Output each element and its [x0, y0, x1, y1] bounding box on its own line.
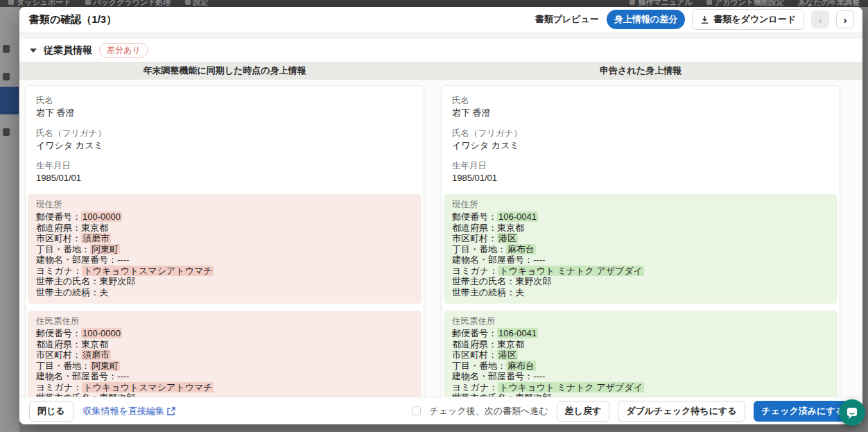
- field-row: 建物名・部屋番号：----: [452, 371, 829, 382]
- field-label: 市区町村: [36, 349, 72, 360]
- field-label: 世帯主の続柄: [452, 287, 506, 297]
- field-value: 東野次郎: [99, 276, 135, 286]
- field-row: 市区町村：須磨市: [36, 233, 413, 244]
- field-label: 世帯主の氏名: [452, 276, 506, 286]
- chevron-right-icon: ›: [844, 14, 847, 26]
- colon: ：: [81, 244, 90, 254]
- tab-document-preview[interactable]: 書類プレビュー: [528, 10, 607, 29]
- advance-after-check-label: チェック後、次の書類へ進む: [429, 405, 548, 417]
- prev-document-button[interactable]: ‹: [811, 10, 829, 28]
- field-row: 建物名・部屋番号：----: [452, 254, 829, 266]
- field-value: 東京都: [497, 339, 524, 349]
- field-value: 東野次郎: [515, 276, 551, 286]
- document-check-modal: 書類の確認（1/3） 書類プレビュー 身上情報の差分 書類をダウンロード ‹ ›…: [19, 7, 862, 424]
- field-label: 氏名（フリガナ）: [452, 128, 829, 139]
- colon: ：: [90, 276, 99, 286]
- field-value: 1985/01/01: [36, 172, 413, 184]
- field-group: 氏名（フリガナ）イワシタ カスミ: [36, 128, 413, 152]
- colon: ：: [72, 223, 81, 233]
- field-label: ヨミガナ: [452, 266, 489, 276]
- current-address-section: 現住所 郵便番号：100-0000 都道府県：東京都 市区町村：須磨市 丁目・番…: [28, 194, 422, 304]
- current-address-section: 現住所 郵便番号：106-0041 都道府県：東京都 市区町村：港区 丁目・番地…: [444, 194, 837, 304]
- field-value: イワシタ カスミ: [36, 139, 413, 152]
- field-row: 郵便番号：106-0041: [452, 211, 829, 223]
- field-value: 夫: [515, 287, 524, 297]
- chevron-left-icon: ‹: [819, 14, 822, 26]
- field-row: ヨミガナ：トウキョウトスマシアトウマチ: [36, 266, 413, 277]
- field-value: 東京都: [81, 339, 108, 349]
- colon: ：: [73, 382, 82, 392]
- field-value: 東京都: [81, 223, 108, 233]
- employee-info-section-header: 従業員情報 差分あり: [19, 39, 862, 62]
- field-value: 麻布台: [506, 361, 536, 371]
- download-icon: [700, 15, 709, 24]
- field-label: 建物名・部屋番号: [452, 254, 524, 265]
- registered-address-section: 住民票住所 郵便番号：106-0041 都道府県：東京都 市区町村：港区 丁目・…: [444, 311, 837, 397]
- field-row: 都道府県：東京都: [452, 223, 829, 234]
- field-label: 丁目・番地: [36, 361, 81, 371]
- field-row: 世帯主の氏名：東野次郎: [36, 276, 413, 287]
- close-button[interactable]: 閉じる: [29, 401, 73, 422]
- field-row: 世帯主の続柄：夫: [452, 287, 829, 298]
- diff-badge: 差分あり: [99, 43, 148, 58]
- field-group: 氏名岩下 香澄: [452, 95, 829, 119]
- field-label: 氏名（フリガナ）: [36, 128, 413, 139]
- edit-collected-info-link[interactable]: 収集情報を直接編集: [83, 405, 175, 417]
- chat-launcher-button[interactable]: [839, 399, 865, 426]
- field-value: 夫: [99, 287, 108, 297]
- colon: ：: [506, 287, 515, 297]
- next-document-button[interactable]: ›: [836, 10, 854, 28]
- field-label: 生年月日: [36, 160, 413, 172]
- tab-personal-info-diff[interactable]: 身上情報の差分: [607, 10, 685, 29]
- field-value: イワシタ カスミ: [452, 139, 829, 152]
- field-label: 氏名: [452, 95, 829, 107]
- send-back-button[interactable]: 差し戻す: [557, 401, 610, 422]
- field-value: 1985/01/01: [452, 172, 829, 184]
- field-row: 郵便番号：100-0000: [36, 328, 413, 339]
- field-label: ヨミガナ: [36, 382, 73, 392]
- field-label: 郵便番号: [452, 211, 488, 222]
- field-label: 生年月日: [452, 160, 829, 172]
- mark-checked-button[interactable]: チェック済みにする: [754, 401, 853, 422]
- field-row: ヨミガナ：トウキョウトスマシアトウマチ: [36, 382, 413, 393]
- advance-after-check-checkbox[interactable]: [412, 406, 421, 415]
- field-row: ヨミガナ：トウキョウト ミナトク アザブダイ: [452, 266, 829, 277]
- field-value: 麻布台: [506, 244, 536, 254]
- colon: ：: [497, 244, 506, 254]
- field-row: 市区町村：港区: [452, 233, 829, 244]
- download-documents-button[interactable]: 書類をダウンロード: [692, 9, 804, 30]
- basic-fields: 氏名岩下 香澄 氏名（フリガナ）イワシタ カスミ 生年月日1985/01/01: [28, 88, 422, 194]
- double-check-wait-button[interactable]: ダブルチェック待ちにする: [618, 401, 745, 422]
- collapse-caret-icon[interactable]: [30, 49, 37, 53]
- declared-info-card: 氏名岩下 香澄 氏名（フリガナ）イワシタ カスミ 生年月日1985/01/01 …: [441, 85, 840, 397]
- colon: ：: [72, 211, 81, 222]
- colon: ：: [72, 349, 81, 360]
- field-label: 市区町村: [452, 349, 488, 360]
- field-row: 丁目・番地：阿東町: [36, 244, 413, 255]
- field-label: 市区町村: [36, 233, 72, 243]
- field-label: 都道府県: [452, 223, 488, 233]
- field-value: トウキョウト ミナトク アザブダイ: [498, 266, 644, 276]
- field-value: ----: [533, 254, 545, 265]
- field-label: 郵便番号: [36, 328, 72, 338]
- colon: ：: [524, 254, 533, 265]
- field-group: 生年月日1985/01/01: [452, 160, 829, 184]
- field-label: 市区町村: [452, 233, 488, 243]
- field-value: トウキョウトスマシアトウマチ: [82, 266, 214, 276]
- field-row: ヨミガナ：トウキョウト ミナトク アザブダイ: [452, 382, 829, 393]
- field-label: 丁目・番地: [452, 244, 497, 254]
- address-section-title: 住民票住所: [452, 316, 829, 327]
- colon: ：: [108, 371, 117, 381]
- colon: ：: [488, 328, 497, 338]
- field-value: 東京都: [497, 223, 524, 233]
- section-title: 従業員情報: [44, 44, 92, 57]
- field-value: トウキョウト ミナトク アザブダイ: [498, 382, 644, 392]
- field-label: 郵便番号: [36, 211, 72, 222]
- header-divider-band: [19, 32, 862, 39]
- colon: ：: [72, 328, 81, 338]
- registered-address-section: 住民票住所 郵便番号：100-0000 都道府県：東京都 市区町村：須磨市 丁目…: [28, 311, 422, 397]
- field-value: 岩下 香澄: [452, 107, 829, 119]
- colon: ：: [488, 339, 497, 349]
- header-controls: 書類プレビュー 身上情報の差分 書類をダウンロード ‹ ›: [528, 9, 854, 30]
- field-label: 世帯主の続柄: [36, 287, 90, 297]
